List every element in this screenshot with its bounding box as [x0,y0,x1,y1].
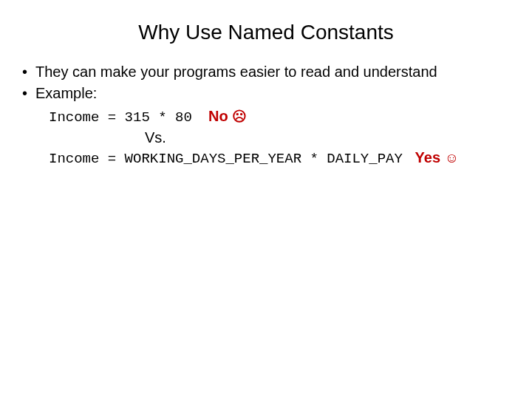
smile-icon: ☺ [445,150,459,166]
bullet-item: Example: Income = 315 * 80 No ☹ Vs. Inco… [22,83,510,168]
yes-label: Yes [415,149,440,166]
code-line-bad: Income = 315 * 80 No ☹ [49,106,510,128]
frown-icon: ☹ [232,109,247,124]
code-line-good: Income = WORKING_DAYS_PER_YEAR * DAILY_P… [49,148,510,169]
bullet-text: They can make your programs easier to re… [35,64,437,80]
no-label: No [208,108,228,124]
bullet-text: Example: [35,85,97,101]
bullet-item: They can make your programs easier to re… [22,62,510,82]
code-text: Income = 315 * 80 [49,109,192,126]
slide-content: They can make your programs easier to re… [0,62,532,168]
slide-title: Why Use Named Constants [0,0,532,62]
vs-label: Vs. [49,128,510,148]
example-block: Income = 315 * 80 No ☹ Vs. Income = WORK… [35,106,510,168]
bullet-list: They can make your programs easier to re… [22,62,510,168]
slide: Why Use Named Constants They can make yo… [0,0,532,399]
code-text: Income = WORKING_DAYS_PER_YEAR * DAILY_P… [49,151,403,167]
